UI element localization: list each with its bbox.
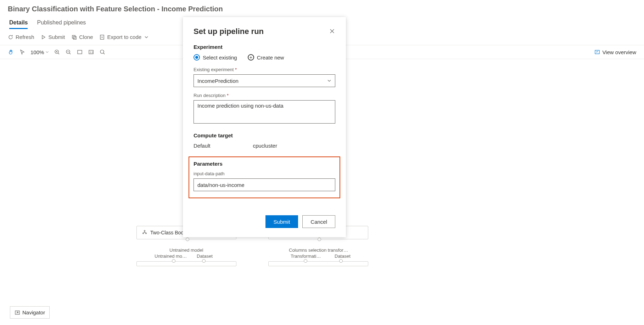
- svg-marker-0: [42, 35, 45, 39]
- input-port[interactable]: [172, 259, 175, 263]
- search-icon[interactable]: [99, 49, 106, 55]
- select-value: IncomePrediction: [197, 78, 239, 84]
- export-label: Export to code: [107, 34, 141, 40]
- radio-label: Create new: [257, 55, 284, 61]
- modal-submit-button[interactable]: Submit: [265, 215, 298, 228]
- hand-tool-icon[interactable]: [8, 49, 14, 55]
- navigator-icon: [15, 310, 20, 315]
- tree-icon: [142, 230, 147, 235]
- zoom-value: 100%: [30, 49, 44, 55]
- experiment-section-label: Experiment: [194, 44, 335, 50]
- export-to-code-button[interactable]: Export to code: [99, 34, 149, 40]
- setup-pipeline-modal: Set up pipeline run Experiment Select ex…: [183, 17, 346, 237]
- svg-point-17: [144, 230, 145, 232]
- svg-text:1:1: 1:1: [90, 51, 93, 53]
- output-port[interactable]: [318, 238, 321, 241]
- run-description-input[interactable]: Income prediction using non-us-data: [194, 100, 335, 124]
- svg-line-15: [103, 53, 105, 54]
- overview-icon: [594, 49, 600, 55]
- cursor-tool-icon[interactable]: [19, 49, 26, 55]
- chevron-down-icon: [45, 50, 49, 54]
- port-label: Untrained mo…: [155, 253, 187, 259]
- parameters-label: Parameters: [194, 161, 335, 167]
- svg-rect-3: [100, 35, 104, 39]
- zoom-in-icon[interactable]: [54, 49, 60, 55]
- submit-label: Submit: [49, 34, 65, 40]
- pipeline-node-partial[interactable]: [136, 261, 236, 266]
- pipeline-node-partial[interactable]: [268, 261, 368, 266]
- existing-experiment-label: Existing experiment *: [194, 67, 335, 72]
- navigator-button[interactable]: Navigator: [10, 306, 50, 319]
- port-label: Dataset: [197, 253, 213, 259]
- navigator-label: Navigator: [22, 309, 45, 315]
- input-port[interactable]: [202, 259, 206, 263]
- chevron-down-icon: [144, 34, 149, 40]
- svg-line-5: [58, 53, 59, 54]
- run-description-label: Run description *: [194, 93, 335, 98]
- compute-default-label: Default: [194, 143, 211, 149]
- tab-published-pipelines[interactable]: Published pipelines: [37, 19, 86, 29]
- port-label: Transformati…: [291, 253, 321, 259]
- radio-select-existing[interactable]: Select existing: [194, 54, 237, 61]
- tab-details[interactable]: Details: [9, 19, 28, 29]
- svg-rect-2: [73, 36, 76, 39]
- view-overview-label: View overview: [602, 49, 636, 55]
- svg-point-14: [100, 50, 104, 53]
- chevron-down-icon: [327, 79, 331, 83]
- zoom-level[interactable]: 100%: [30, 49, 49, 55]
- svg-rect-1: [72, 35, 75, 38]
- parameters-highlight-box: Parameters input-data-path: [189, 156, 340, 198]
- port-label: Columns selection transfor…: [289, 247, 348, 253]
- radio-label: Select existing: [203, 55, 237, 61]
- page-title: Binary Classification with Feature Selec…: [0, 0, 644, 16]
- input-port[interactable]: [304, 259, 307, 263]
- clone-button[interactable]: Clone: [71, 34, 93, 40]
- one-to-one-icon[interactable]: 1:1: [88, 49, 94, 55]
- compute-target-label: Compute target: [194, 132, 335, 138]
- modal-title: Set up pipeline run: [194, 27, 264, 36]
- submit-button[interactable]: Submit: [41, 34, 65, 40]
- output-port[interactable]: [186, 238, 189, 241]
- clone-icon: [71, 34, 77, 40]
- existing-experiment-select[interactable]: IncomePrediction: [194, 74, 335, 87]
- modal-cancel-button[interactable]: Cancel: [302, 215, 335, 228]
- close-icon[interactable]: [330, 29, 335, 34]
- parameter-value-input[interactable]: [194, 178, 335, 191]
- radio-plus-icon: [248, 54, 254, 61]
- fit-screen-icon[interactable]: [77, 49, 83, 55]
- svg-rect-16: [595, 50, 599, 54]
- radio-create-new[interactable]: Create new: [248, 54, 284, 61]
- view-overview-button[interactable]: View overview: [594, 49, 636, 55]
- refresh-label: Refresh: [16, 34, 34, 40]
- radio-icon: [194, 54, 200, 61]
- play-icon: [41, 34, 46, 40]
- export-icon: [99, 34, 105, 40]
- zoom-out-icon[interactable]: [65, 49, 72, 55]
- parameter-name-label: input-data-path: [194, 171, 335, 176]
- port-label: Untrained model: [169, 247, 203, 253]
- compute-target-value: cpucluster: [253, 143, 277, 149]
- svg-rect-11: [78, 50, 82, 54]
- port-label: Dataset: [335, 253, 351, 259]
- input-port[interactable]: [339, 259, 343, 263]
- refresh-icon: [8, 34, 13, 40]
- clone-label: Clone: [79, 34, 93, 40]
- refresh-button[interactable]: Refresh: [8, 34, 34, 40]
- svg-line-9: [69, 53, 71, 54]
